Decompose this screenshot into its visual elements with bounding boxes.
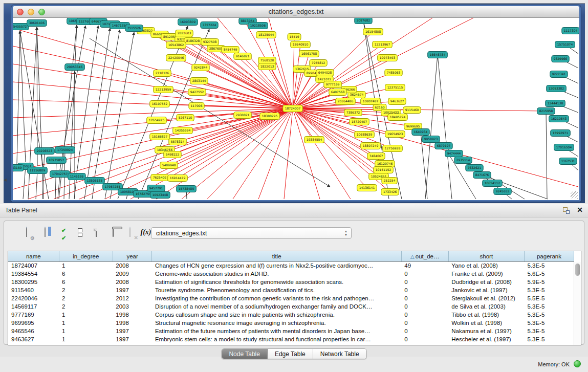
delete-button[interactable] xyxy=(107,226,119,238)
table-cell[interactable]: 5.3E-5 xyxy=(524,311,574,319)
table-cell[interactable]: 2 xyxy=(59,286,113,294)
table-cell[interactable]: Jankovic et al. (1997) xyxy=(448,286,524,294)
column-header-year[interactable]: year xyxy=(113,251,152,261)
table-row[interactable]: 977716911998Corpus callosum shape and si… xyxy=(8,311,574,319)
clear-selection-button[interactable] xyxy=(74,226,86,238)
table-cell[interactable]: 5.3E-5 xyxy=(524,319,574,327)
table-cell[interactable]: Embryonic stem cells: a model to study s… xyxy=(152,335,401,343)
table-cell[interactable]: 0 xyxy=(401,335,448,343)
table-cell[interactable]: Estimation of the future numbers of pati… xyxy=(152,327,401,335)
column-header-title[interactable]: title xyxy=(152,251,401,261)
network-canvas-svg[interactable]: 7463822866012489129542822603932750681863… xyxy=(13,18,579,200)
table-cell[interactable]: 2009 xyxy=(113,270,152,278)
table-cell[interactable]: Disruption of a novel member of a sodium… xyxy=(152,302,401,311)
network-view-window[interactable]: citations_edges.txt 74638228660124891295… xyxy=(11,5,581,202)
table-cell[interactable]: 19384554 xyxy=(8,270,59,278)
table-cell[interactable]: 1 xyxy=(59,319,113,327)
table-row[interactable]: 1830029562008Estimation of significance … xyxy=(8,278,574,286)
graph-edge[interactable] xyxy=(36,170,37,199)
table-cell[interactable]: 5.5E-5 xyxy=(524,294,574,302)
table-cell[interactable]: Tibbo et al. (1998) xyxy=(448,311,524,319)
table-row[interactable]: 2242004622012Investigating the contribut… xyxy=(8,294,574,302)
graph-edge[interactable] xyxy=(201,68,293,108)
table-cell[interactable]: 5.3E-5 xyxy=(524,335,574,343)
new-file-button[interactable] xyxy=(90,226,102,238)
table-cell[interactable]: 18724007 xyxy=(8,261,59,270)
column-header-short[interactable]: short xyxy=(448,251,524,261)
table-row[interactable]: 911546021997Tourette syndrome. Phenomeno… xyxy=(8,286,574,294)
table-cell[interactable]: 9777169 xyxy=(8,311,59,319)
table-cell[interactable]: 0 xyxy=(401,278,448,286)
table-cell[interactable]: 9115460 xyxy=(8,286,59,294)
table-row[interactable]: 1938455462009Genome-wide association stu… xyxy=(8,270,574,278)
table-cell[interactable]: 0 xyxy=(401,327,448,335)
table-row[interactable]: 1456911722003Disruption of a novel membe… xyxy=(8,302,574,311)
graph-edge[interactable] xyxy=(84,28,110,199)
scrollbar-thumb[interactable] xyxy=(575,264,580,276)
table-cell[interactable]: Dudbridge et al. (2008) xyxy=(448,278,524,286)
node-table-grid[interactable]: namein_degreeyeartitle△out_de…shortpager… xyxy=(8,251,574,343)
column-header-in_degree[interactable]: in_degree xyxy=(59,251,113,261)
graph-edge[interactable] xyxy=(17,31,20,164)
table-cell[interactable]: Changes of HCN gene expression and I(f) … xyxy=(152,261,401,270)
table-cell[interactable]: Nakamura et al. (1997) xyxy=(448,327,524,335)
table-cell[interactable]: Wolkin et al. (1998) xyxy=(448,319,524,327)
table-cell[interactable]: Genome-wide association studies in ADHD. xyxy=(152,270,401,278)
table-cell[interactable]: 0 xyxy=(401,294,448,302)
table-cell[interactable]: 5.3E-5 xyxy=(524,302,574,311)
table-cell[interactable]: 14569117 xyxy=(8,302,59,311)
float-window-icon[interactable] xyxy=(563,207,570,214)
graph-edge[interactable] xyxy=(546,111,547,199)
table-cell[interactable]: 22420046 xyxy=(8,294,59,302)
table-cell[interactable]: 0 xyxy=(401,311,448,319)
table-cell[interactable]: 0 xyxy=(401,302,448,311)
table-cell[interactable]: 9699695 xyxy=(8,319,59,327)
network-canvas[interactable]: 7463822866012489129542822603932750681863… xyxy=(13,18,579,200)
table-cell[interactable]: 18300295 xyxy=(8,278,59,286)
table-cell[interactable]: 5.6E-5 xyxy=(524,270,574,278)
table-cell[interactable]: 0 xyxy=(401,286,448,294)
graph-edge[interactable] xyxy=(20,31,26,162)
table-cell[interactable]: 5.3E-5 xyxy=(524,327,574,335)
table-row[interactable]: 946362711997Embryonic stem cells: a mode… xyxy=(8,335,574,343)
table-cell[interactable]: 2003 xyxy=(113,302,152,311)
table-header-row[interactable]: namein_degreeyeartitle△out_de…shortpager… xyxy=(8,251,574,261)
table-cell[interactable]: 6 xyxy=(59,278,113,286)
table-cell[interactable]: 1997 xyxy=(113,286,152,294)
table-cell[interactable]: 0 xyxy=(401,270,448,278)
table-cell[interactable]: 5.3E-5 xyxy=(524,261,574,270)
table-cell[interactable]: 2 xyxy=(59,294,113,302)
table-cell[interactable]: Structural magnetic resonance image aver… xyxy=(152,319,401,327)
table-cell[interactable]: 6 xyxy=(59,270,113,278)
graph-edge[interactable] xyxy=(482,175,548,199)
table-cell[interactable]: 2 xyxy=(59,302,113,311)
table-cell[interactable]: 9465546 xyxy=(8,327,59,335)
table-cell[interactable]: 5.3E-5 xyxy=(524,286,574,294)
table-row[interactable]: 946554611997Estimation of the future num… xyxy=(8,327,574,335)
column-visibility-button[interactable] xyxy=(39,226,51,238)
table-cell[interactable]: 1998 xyxy=(113,311,152,319)
graph-edge[interactable] xyxy=(438,55,452,199)
window-resize-grip[interactable] xyxy=(571,191,578,199)
close-panel-icon[interactable]: ✕ xyxy=(577,206,583,214)
table-cell[interactable]: 1997 xyxy=(113,335,152,343)
table-cell[interactable]: 5.9E-5 xyxy=(524,278,574,286)
graph-edge[interactable] xyxy=(425,55,438,199)
column-header-name[interactable]: name xyxy=(8,251,59,261)
collapse-panel-arrow-icon[interactable]: ◀ xyxy=(4,178,7,182)
table-cell[interactable]: Investigating the contribution of common… xyxy=(152,294,401,302)
table-cell[interactable]: 1 xyxy=(59,311,113,319)
table-cell[interactable]: 1 xyxy=(59,327,113,335)
table-selector-dropdown[interactable]: citations_edges.txt ▲▼ xyxy=(151,227,352,239)
column-header-out_de[interactable]: △out_de… xyxy=(401,251,448,261)
table-cell[interactable]: 49 xyxy=(401,261,448,270)
graph-edge[interactable] xyxy=(217,18,293,108)
table-row[interactable]: 1872400712008Changes of HCN gene express… xyxy=(8,261,574,270)
graph-edge[interactable] xyxy=(37,27,37,166)
table-cell[interactable]: Corpus callosum shape and size in male p… xyxy=(152,311,401,319)
table-cell[interactable]: de Silva et al. (2003) xyxy=(448,302,524,311)
table-cell[interactable]: Estimation of significance thresholds fo… xyxy=(152,278,401,286)
column-header-pagerank[interactable]: pagerank xyxy=(524,251,574,261)
graph-edge[interactable] xyxy=(13,28,293,108)
table-cell[interactable]: 2012 xyxy=(113,294,152,302)
